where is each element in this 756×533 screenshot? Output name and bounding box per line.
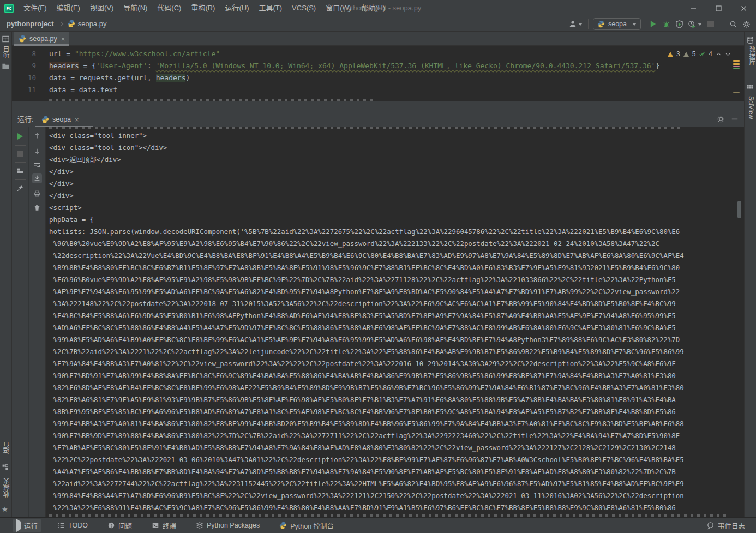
status-item-label: 终端 (163, 520, 176, 531)
code-token: url = (49, 50, 75, 58)
code-line[interactable]: 9headers = {'User-Agent': 'Mozilla/5.0 (… (12, 60, 744, 72)
menu-item-2[interactable]: 视图(V) (85, 0, 118, 16)
error-stripe-mark[interactable] (733, 66, 740, 67)
code-line[interactable]: 8url = "https://www.w3cschool.cn/article… (12, 48, 744, 60)
database-icon[interactable] (746, 36, 755, 45)
pycharm-logo-icon: PC (4, 4, 14, 13)
breadcrumb-project[interactable]: pythonproject (7, 20, 54, 28)
line-number: 8 (12, 48, 36, 60)
editor-tab-seopa[interactable]: seopa.py × (14, 32, 69, 46)
editor-tab-label: seopa.py (29, 35, 57, 43)
status-item-problems[interactable]: 问题 (104, 519, 135, 532)
debug-button[interactable] (659, 17, 673, 31)
console-output[interactable]: <div class="tool-inner"><div class="tool… (46, 127, 733, 517)
error-stripe-mark[interactable] (733, 63, 740, 65)
stop-button (704, 17, 717, 31)
restore-layout-button[interactable] (15, 166, 25, 176)
run-button[interactable] (646, 17, 659, 31)
todo-icon (57, 522, 65, 529)
hide-panel-icon[interactable] (731, 115, 740, 124)
status-item-packages[interactable]: Python Packages (193, 520, 263, 531)
code-editor[interactable]: 8url = "https://www.w3cschool.cn/article… (12, 46, 744, 101)
console-line: %E7%AB%AF%E5%BC%80%E5%8F%91%E4%B8%AD%E5%… (49, 442, 733, 454)
code-token: " (215, 50, 220, 58)
star-icon[interactable]: ★ (2, 505, 10, 514)
code-token: data = requests.get(url, (49, 74, 156, 82)
menu-item-1[interactable]: 编辑(E) (52, 0, 85, 16)
code-token: 'User-Agent' (96, 62, 147, 70)
close-button[interactable] (731, 0, 756, 16)
user-avatar-icon[interactable] (567, 17, 584, 31)
tool-button-database[interactable]: 数据库 (747, 46, 756, 65)
run-toolwindow-icon[interactable] (2, 464, 10, 472)
status-item-label: TODO (68, 522, 88, 529)
sciview-grid-icon[interactable] (746, 84, 755, 93)
menu-item-3[interactable]: 导航(N) (118, 0, 152, 16)
console-line: %82%E6%8D%AE%E8%AF%B4%EF%BC%8C%E8%BF%99%… (49, 382, 733, 394)
pin-tab-icon[interactable] (15, 183, 25, 193)
menu-item-4[interactable]: 代码(C) (152, 0, 186, 16)
error-stripe-mark[interactable] (733, 68, 740, 69)
tool-button-sciview[interactable]: SciView (747, 96, 755, 119)
menu-item-0[interactable]: 文件(F) (19, 0, 52, 16)
console-line: %82%E8%A6%81%E7%9F%A5%E9%81%93%E9%9B%B7%… (49, 394, 733, 406)
console-line: %A4%A7%E5%AE%B6%E4%BB%8B%E7%BB%8D%E4%BA%… (49, 466, 733, 478)
next-problem-icon[interactable] (725, 51, 731, 57)
scroll-to-end-icon[interactable] (32, 173, 42, 183)
code-line[interactable]: 10data = requests.get(url, headers) (12, 72, 744, 84)
console-settings-gear-icon[interactable] (717, 115, 725, 124)
run-configuration-select[interactable]: seopa (593, 18, 641, 30)
settings-gear-icon[interactable] (740, 17, 753, 31)
menu-item-7[interactable]: 工具(T) (254, 0, 287, 16)
console-line: </div> (49, 190, 733, 202)
tool-button-run[interactable]: 运行 (2, 442, 11, 455)
event-log-button[interactable]: 事件日志 (706, 520, 745, 531)
console-line: %99%A8%E5%AD%A6%E4%B9%A0%EF%BC%8C%E8%BF%… (49, 334, 733, 346)
error-stripe-mark[interactable] (733, 92, 740, 93)
code-token: } (655, 62, 659, 70)
code-line[interactable]: 11data = data.text (12, 84, 744, 96)
menu-item-6[interactable]: 运行(U) (220, 0, 254, 16)
menu-item-5[interactable]: 重构(R) (186, 0, 220, 16)
menu-item-8[interactable]: VCS(S) (287, 0, 321, 16)
warning-count: 3 (676, 50, 680, 58)
console-scrollbar-thumb[interactable] (737, 201, 741, 218)
prev-problem-icon[interactable] (716, 51, 722, 57)
run-with-coverage-button[interactable] (673, 17, 686, 31)
status-item-terminal[interactable]: 终端 (148, 519, 179, 532)
line-number: 9 (12, 60, 36, 72)
breadcrumb-file[interactable]: seopa.py (78, 20, 107, 28)
run-panel-header: 运行: seopa × (12, 112, 744, 127)
run-tab-close-icon[interactable]: × (75, 116, 79, 124)
profiler-button[interactable] (686, 17, 704, 31)
project-tool-icon[interactable] (2, 35, 10, 44)
tab-close-icon[interactable]: × (61, 35, 65, 43)
rerun-button[interactable] (15, 131, 25, 141)
weak-warning-count: 5 (692, 50, 696, 58)
print-icon[interactable] (32, 189, 42, 199)
soft-wrap-icon[interactable] (32, 160, 42, 170)
editor-tab-bar: seopa.py × (12, 32, 744, 46)
console-line: %22%2C%22postdate%22%3A%222021-03-06%201… (49, 454, 733, 466)
inspection-widget[interactable]: 3 5 4 (668, 50, 731, 58)
status-item-todo[interactable]: TODO (54, 520, 91, 531)
console-line: %2C%7B%22aid%22%3A%2221%22%2C%22actflag%… (49, 346, 733, 358)
clear-console-trash-icon[interactable] (32, 203, 42, 213)
console-line: %90%E7%BB%9D%E7%89%88%E4%BA%86%E3%80%82%… (49, 430, 733, 442)
up-stacktrace-icon[interactable] (32, 131, 42, 141)
tool-button-favorites[interactable]: 收藏夹 (2, 478, 11, 498)
error-stripe-mark[interactable] (733, 60, 740, 62)
minimize-button[interactable] (681, 0, 706, 16)
status-item-label: 问题 (118, 520, 132, 531)
down-stacktrace-icon[interactable] (32, 146, 42, 156)
code-token: : (147, 62, 156, 70)
status-item-python[interactable]: Python 控制台 (276, 519, 337, 532)
search-everywhere-icon[interactable] (727, 17, 740, 31)
run-tab-seopa[interactable]: seopa × (38, 112, 82, 127)
line-number: 10 (12, 72, 36, 84)
tool-button-project[interactable]: 项目 (2, 46, 11, 59)
folder-icon[interactable] (2, 62, 10, 71)
weak-warning-icon (683, 52, 689, 57)
maximize-button[interactable] (706, 0, 731, 16)
status-item-run[interactable]: 运行 (13, 519, 41, 532)
